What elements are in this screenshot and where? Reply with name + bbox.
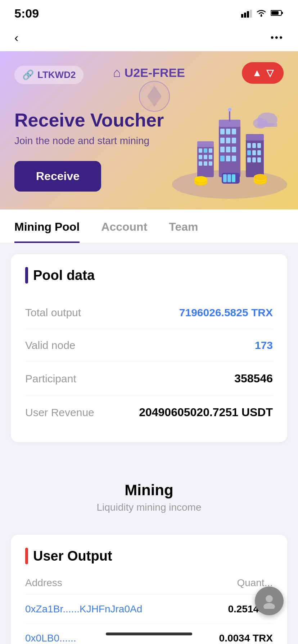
total-output-value: 7196026.5825 TRX — [179, 307, 273, 319]
user-revenue-label: User Revenue — [25, 406, 94, 419]
total-output-label: Total output — [25, 307, 81, 319]
svg-rect-29 — [247, 150, 251, 155]
svg-rect-22 — [229, 111, 230, 121]
tab-mining-pool[interactable]: Mining Pool — [14, 210, 80, 243]
user-revenue-value: 20490605020.7251 USDT — [139, 406, 273, 419]
quantity-2: 0.0034 TRX — [219, 632, 273, 644]
tron-chevron: ▽ — [266, 68, 274, 79]
svg-rect-27 — [252, 143, 256, 148]
hero-tag: 🔗 LTKWD2 — [14, 66, 83, 84]
table-header: Address Quant... — [25, 577, 273, 595]
wifi-icon — [256, 9, 266, 18]
hero-banner: 🔗 LTKWD2 ⌂ U2E-FREE ▲ ▽ Receive Voucher … — [0, 51, 298, 210]
svg-rect-57 — [258, 123, 277, 127]
svg-rect-18 — [232, 147, 236, 152]
svg-point-54 — [254, 174, 267, 180]
logo-text: U2E-FREE — [125, 66, 185, 80]
valid-node-value: 173 — [255, 339, 273, 351]
svg-rect-14 — [226, 138, 230, 143]
svg-rect-45 — [209, 161, 212, 166]
participant-value: 358546 — [234, 372, 273, 385]
svg-rect-28 — [257, 143, 261, 148]
pool-data-card: Pool data Total output 7196026.5825 TRX … — [11, 254, 287, 442]
svg-rect-31 — [257, 150, 261, 155]
svg-rect-12 — [232, 129, 236, 134]
svg-point-49 — [194, 176, 207, 183]
svg-rect-3 — [271, 11, 279, 15]
mining-header: Mining Liquidity mining income — [0, 464, 298, 524]
valid-node-label: Valid node — [25, 339, 76, 351]
hero-tag-text: LTKWD2 — [37, 69, 76, 80]
svg-rect-38 — [204, 148, 207, 153]
svg-rect-34 — [257, 157, 261, 162]
svg-rect-61 — [232, 174, 235, 182]
pool-data-row-2: Valid node 173 — [25, 329, 273, 362]
address-1: 0xZa1Br......KJHFnJra0Ad — [25, 603, 142, 615]
svg-rect-26 — [247, 143, 251, 148]
svg-rect-10 — [220, 129, 225, 134]
user-output-card: User Output Address Quant... 0xZa1Br....… — [11, 535, 287, 644]
title-bar-accent — [25, 267, 28, 284]
receive-button[interactable]: Receive — [14, 161, 101, 192]
mining-subtitle: Liquidity mining income — [14, 502, 284, 513]
svg-point-0 — [261, 15, 262, 17]
home-indicator — [106, 632, 192, 635]
svg-rect-40 — [199, 155, 202, 159]
nav-bar: ‹ ••• — [0, 24, 298, 51]
avatar-icon — [261, 593, 277, 609]
user-output-title: User Output — [25, 548, 273, 564]
svg-rect-33 — [252, 157, 256, 162]
svg-rect-60 — [227, 174, 231, 182]
pool-data-row-1: Total output 7196026.5825 TRX — [25, 296, 273, 329]
svg-rect-16 — [220, 147, 225, 152]
mining-title: Mining — [14, 482, 284, 499]
address-2: 0x0LB0...... — [25, 632, 76, 644]
svg-rect-2 — [281, 12, 283, 14]
svg-rect-25 — [246, 134, 264, 141]
back-button[interactable]: ‹ — [14, 31, 18, 45]
svg-rect-15 — [232, 138, 236, 143]
svg-rect-20 — [226, 156, 230, 161]
svg-rect-42 — [209, 155, 212, 159]
svg-rect-17 — [226, 147, 230, 152]
tabs-section: Mining Pool Account Team — [0, 210, 298, 243]
svg-rect-32 — [247, 157, 251, 162]
user-output-section: User Output Address Quant... 0xZa1Br....… — [0, 524, 298, 644]
pool-data-row-4: User Revenue 20490605020.7251 USDT — [25, 396, 273, 429]
svg-rect-39 — [209, 148, 212, 153]
main-content: Pool data Total output 7196026.5825 TRX … — [0, 243, 298, 464]
svg-point-62 — [266, 595, 273, 602]
participant-label: Participant — [25, 373, 76, 385]
pool-data-title: Pool data — [25, 267, 273, 284]
status-bar: 5:09 — [0, 0, 298, 24]
svg-rect-41 — [204, 155, 207, 159]
svg-rect-59 — [223, 174, 227, 182]
svg-rect-13 — [220, 138, 225, 143]
tab-account[interactable]: Account — [101, 210, 147, 243]
pool-data-table: Total output 7196026.5825 TRX Valid node… — [25, 296, 273, 429]
svg-rect-43 — [199, 161, 202, 166]
battery-icon — [271, 10, 284, 18]
svg-rect-11 — [226, 129, 230, 134]
city-illustration — [168, 84, 291, 206]
svg-point-23 — [228, 108, 231, 111]
svg-rect-30 — [252, 150, 256, 155]
tron-button[interactable]: ▲ ▽ — [242, 62, 284, 84]
tron-icon: ▲ — [252, 67, 262, 79]
link-icon: 🔗 — [22, 69, 34, 80]
tab-team[interactable]: Team — [169, 210, 198, 243]
address-column-header: Address — [25, 577, 62, 589]
svg-rect-37 — [199, 148, 202, 153]
svg-rect-21 — [232, 156, 236, 161]
status-time: 5:09 — [14, 6, 39, 20]
svg-rect-44 — [204, 161, 207, 166]
more-button[interactable]: ••• — [271, 32, 284, 43]
title-bar-red-accent — [25, 548, 28, 564]
status-icons — [241, 9, 284, 18]
logo-icon: ⌂ — [113, 65, 121, 80]
floating-avatar[interactable] — [255, 586, 284, 615]
pool-data-row-3: Participant 358546 — [25, 362, 273, 396]
svg-rect-19 — [220, 156, 225, 161]
svg-rect-36 — [197, 141, 214, 147]
signal-icon — [241, 10, 252, 18]
